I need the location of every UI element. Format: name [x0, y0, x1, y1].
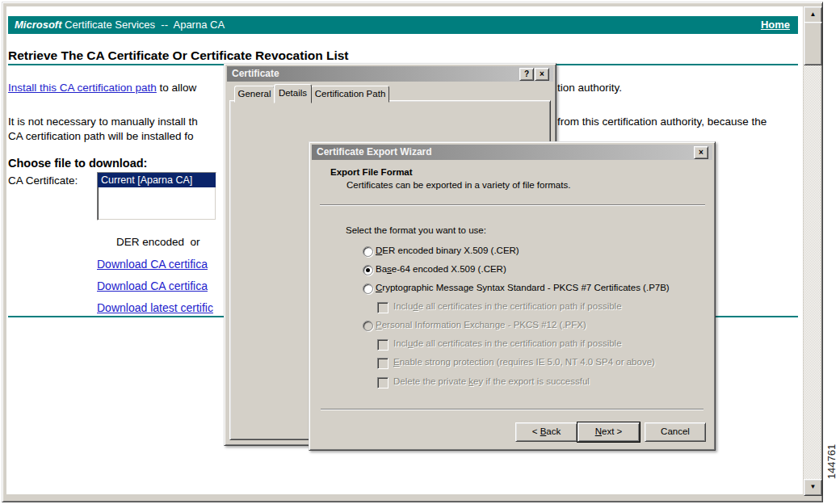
help-icon: ? — [524, 69, 529, 78]
download-latest-crl-link[interactable]: Download latest certific — [97, 301, 213, 314]
der-encoded-label: DER encoded or — [116, 236, 200, 248]
pfx-radio[interactable] — [363, 321, 373, 331]
listbox-selected-item[interactable]: Current [Aparna CA] — [98, 173, 216, 187]
pkcs7-radio[interactable] — [363, 284, 373, 294]
banner-brand: Microsoft — [15, 19, 62, 31]
intro-line3-left: CA certification path will be installed … — [8, 130, 194, 142]
scroll-down-button[interactable]: ▼ — [804, 479, 822, 496]
strong-protection-label: Enable strong protection (requires IE 5.… — [393, 357, 655, 367]
base64-label: Base-64 encoded X.509 (.CER) — [376, 264, 506, 274]
tab-general[interactable]: General — [234, 86, 275, 103]
certificate-dialog-title: Certificate — [232, 68, 279, 79]
banner: Microsoft Certificate Services -- Aparna… — [8, 16, 798, 34]
wizard-subheading: Certificates can be exported in a variet… — [346, 180, 570, 190]
close-icon: × — [540, 69, 544, 78]
der-binary-radio[interactable] — [363, 246, 373, 257]
pfx-include-all-checkbox[interactable] — [377, 339, 388, 351]
down-arrow-icon: ▼ — [810, 483, 817, 490]
intro-line1-rest: to allow — [157, 82, 197, 94]
help-button[interactable]: ? — [519, 68, 534, 81]
next-button[interactable]: Next > — [578, 422, 640, 442]
scroll-up-button[interactable]: ▲ — [804, 6, 822, 23]
tab-certification-path[interactable]: Certification Path — [311, 86, 389, 103]
close-icon: × — [699, 148, 704, 157]
delete-private-key-label: Delete the private key if the export is … — [393, 376, 590, 386]
cancel-button[interactable]: Cancel — [645, 422, 706, 442]
pfx-include-all-label: Include all certificates in the certific… — [393, 338, 622, 348]
pkcs7-include-all-label: Include all certificates in the certific… — [393, 301, 622, 311]
delete-private-key-checkbox[interactable] — [377, 377, 388, 388]
wizard-close-button[interactable]: × — [694, 146, 708, 159]
wizard-title: Certificate Export Wizard — [317, 146, 432, 158]
intro-line1-left: Install this CA certification path to al… — [8, 82, 196, 94]
intro-line1-right: tion authority. — [557, 82, 622, 94]
certificate-export-wizard: Certificate Export Wizard × Export File … — [309, 141, 716, 451]
up-arrow-icon: ▲ — [810, 10, 817, 18]
choose-file-heading: Choose file to download: — [8, 157, 147, 170]
ca-certificate-label: CA Certificate: — [8, 174, 78, 187]
header-separator — [320, 204, 705, 206]
wizard-heading: Export File Format — [330, 167, 413, 177]
pfx-label: Personal Information Exchange - PKCS #12… — [376, 320, 586, 330]
pkcs7-include-all-checkbox[interactable] — [377, 302, 388, 313]
ca-certificate-listbox[interactable]: Current [Aparna CA] — [97, 172, 216, 220]
button-separator — [321, 409, 704, 410]
intro-line2-left: It is not necessary to manually install … — [8, 116, 198, 128]
screenshot-canvas: 144761 Microsoft Certificate Services --… — [0, 0, 840, 504]
intro-line2-right: from this certification authority, becau… — [557, 116, 766, 128]
base64-radio[interactable] — [363, 265, 373, 275]
vertical-scrollbar[interactable]: ▲ ▼ — [804, 6, 821, 494]
home-link[interactable]: Home — [761, 16, 790, 34]
download-ca-certificate-link[interactable]: Download CA certifica — [97, 258, 208, 271]
back-button[interactable]: < Back — [515, 422, 578, 442]
banner-title: Certificate Services -- Aparna CA — [62, 19, 225, 31]
page-heading: Retrieve The CA Certificate Or Certifica… — [8, 48, 349, 63]
tab-details[interactable]: Details — [274, 84, 312, 103]
download-ca-certification-path-link[interactable]: Download CA certifica — [97, 279, 208, 292]
install-ca-path-link[interactable]: Install this CA certification path — [8, 82, 157, 94]
wizard-titlebar[interactable]: Certificate Export Wizard × — [312, 145, 712, 160]
certificate-close-button[interactable]: × — [535, 68, 549, 81]
certificate-dialog-titlebar[interactable]: Certificate ? × — [227, 66, 553, 82]
der-binary-label: DER encoded binary X.509 (.CER) — [376, 246, 519, 255]
figure-number: 144761 — [825, 444, 838, 480]
strong-protection-checkbox[interactable] — [377, 358, 388, 369]
scrollbar-thumb[interactable] — [804, 22, 822, 65]
format-prompt: Select the format you want to use: — [346, 225, 486, 235]
pkcs7-label: Cryptographic Message Syntax Standard - … — [376, 283, 670, 292]
